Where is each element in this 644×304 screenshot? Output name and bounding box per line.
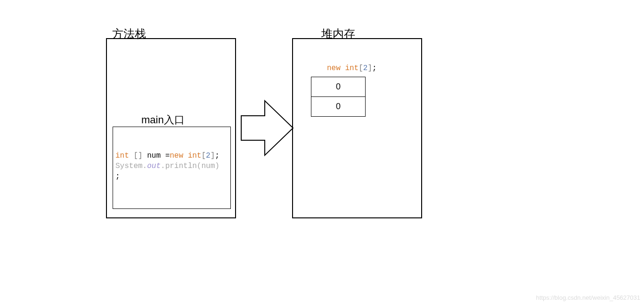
code-semicolon-2: ; [115, 172, 120, 181]
heap-code: new int[2]; [327, 64, 377, 72]
code-keyword-new: new [170, 152, 187, 160]
arrow-icon [239, 99, 295, 157]
heap-close-bracket: ] [367, 64, 372, 72]
code-out: out [147, 162, 161, 170]
watermark-text: https://blog.csdn.net/weixin_45627031 [536, 294, 640, 301]
heap-keyword-int: int [345, 64, 359, 72]
heap-array-table: 0 0 [311, 77, 366, 117]
code-number-two: 2 [206, 152, 211, 160]
code-brackets: [] [129, 152, 147, 160]
diagram-container: 方法栈 main入口 int [] num =new int[2]; Syste… [0, 0, 644, 304]
stack-code: int [] num =new int[2]; System.out.print… [115, 151, 220, 182]
array-cell-0: 0 [311, 77, 366, 97]
heap-semicolon: ; [372, 64, 377, 72]
code-keyword-int2: int [188, 152, 202, 160]
heap-open-bracket: [ [359, 64, 363, 72]
code-eq: = [165, 152, 170, 160]
heap-keyword-new: new [327, 64, 345, 72]
array-cell-1: 0 [311, 97, 366, 117]
code-open-bracket: [ [201, 152, 206, 160]
code-semicolon: ; [215, 152, 220, 160]
code-varname: num [147, 152, 165, 160]
code-close-bracket: ] [211, 152, 215, 160]
array-row-0: 0 [311, 77, 366, 97]
code-println: .println(num) [161, 162, 220, 170]
array-row-1: 0 [311, 97, 366, 117]
code-system: System. [115, 162, 147, 170]
heap-number-two: 2 [363, 64, 368, 72]
main-entry-label: main入口 [141, 113, 185, 127]
code-keyword-int: int [115, 152, 129, 160]
